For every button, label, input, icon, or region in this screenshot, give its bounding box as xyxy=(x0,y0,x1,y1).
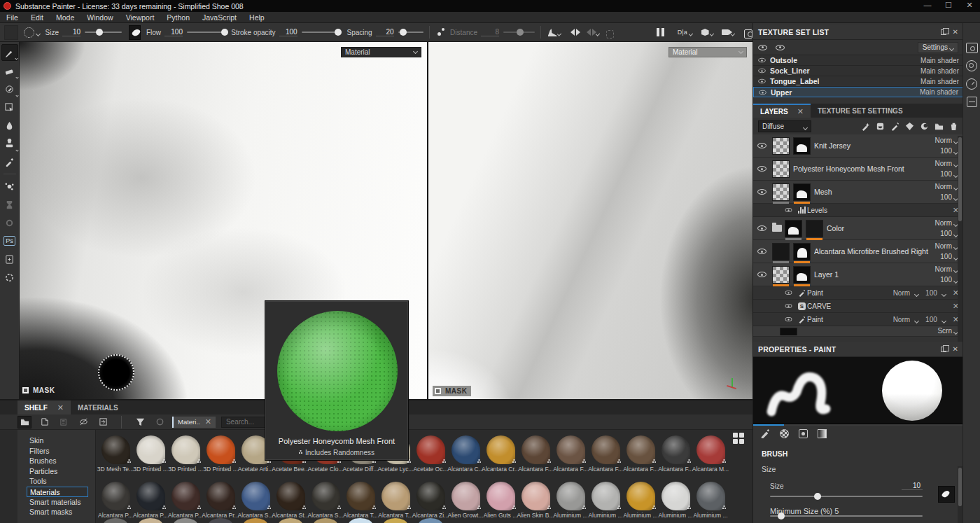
material-item[interactable]: Alcantara F... xyxy=(553,435,588,473)
category-materials[interactable]: Materials xyxy=(27,487,88,497)
layer-content-thumbnail[interactable] xyxy=(772,137,790,155)
blend-mode-dropdown[interactable]: Norm xyxy=(935,219,958,227)
menu-python[interactable]: Python xyxy=(160,12,196,23)
view-mode-dropdown-3d[interactable]: Material xyxy=(341,47,421,57)
material-thumbnail-partial[interactable] xyxy=(349,518,372,523)
material-item[interactable]: Alcantara Zi... xyxy=(413,482,448,519)
category-filters[interactable]: Filters xyxy=(27,446,88,456)
layer-content-thumbnail[interactable] xyxy=(772,183,790,201)
material-item[interactable]: 3D Printed ... xyxy=(168,435,203,473)
group-mask-thumbnail[interactable] xyxy=(785,220,802,237)
eye-icon[interactable] xyxy=(785,304,792,308)
layer-mask-thumbnail[interactable] xyxy=(793,183,811,201)
add-smart-mask-icon[interactable] xyxy=(920,122,929,131)
material-item[interactable]: Alcantara T... xyxy=(343,482,378,519)
close-panel-icon[interactable]: ✕ xyxy=(953,345,958,353)
layer-effect-row[interactable]: Paint Norm100✕ xyxy=(753,286,963,300)
import-resources-button[interactable] xyxy=(96,416,110,428)
viewport-2d[interactable]: Material MASK xyxy=(428,42,752,399)
viewport-split-button[interactable]: D|a xyxy=(678,26,687,39)
material-item[interactable]: Alcantara S... xyxy=(308,482,343,519)
shelf-folder-button[interactable] xyxy=(18,416,31,428)
material-item[interactable]: Aluminium ... xyxy=(588,482,623,519)
material-item[interactable]: Aluminium ... xyxy=(623,482,658,519)
smudge-tool[interactable] xyxy=(1,117,18,134)
material-item[interactable]: Aluminium ... xyxy=(693,482,728,519)
category-tools[interactable]: Tools xyxy=(27,476,88,487)
material-picker-tool[interactable] xyxy=(1,153,18,170)
close-button[interactable]: ✕ xyxy=(959,0,980,12)
paint-brush-tool[interactable] xyxy=(1,44,18,61)
float-panel-icon[interactable] xyxy=(941,29,946,35)
material-thumbnail-partial[interactable] xyxy=(384,518,407,523)
eye-icon[interactable] xyxy=(758,69,765,73)
material-item[interactable]: Alcantara T... xyxy=(378,482,413,519)
layer-row[interactable]: Knit Jersey Norm 100 xyxy=(753,134,963,158)
view-mode-dropdown-2d[interactable]: Material xyxy=(668,47,747,57)
layer-row[interactable]: Mesh Norm 100 xyxy=(753,181,963,204)
tab-texture-set-settings[interactable]: TEXTURE SET SETTINGS xyxy=(811,104,910,118)
particles-tool[interactable] xyxy=(1,178,18,195)
layer-row[interactable]: Polyester Honeycomb Mesh Front Norm 100 xyxy=(753,158,963,181)
history-icon[interactable] xyxy=(966,78,977,90)
material-item[interactable]: Acetate Oc... xyxy=(413,435,448,473)
group-content-thumbnail[interactable] xyxy=(806,220,823,237)
material-item[interactable]: Alcantara Pr... xyxy=(203,482,238,519)
tab-stencil-icon[interactable] xyxy=(799,429,808,438)
material-item[interactable]: Alcantara P... xyxy=(168,482,203,519)
material-item[interactable]: Alcantara F... xyxy=(623,435,658,473)
brush-preview-button[interactable] xyxy=(24,27,40,38)
layer-mask-thumbnail[interactable] xyxy=(793,137,811,155)
filter-chip-materials[interactable]: Materi.. ✕ xyxy=(172,417,216,428)
clone-tool[interactable] xyxy=(1,135,18,152)
texture-set-row[interactable]: Tongue_Label Main shader xyxy=(753,76,963,87)
material-thumbnail-partial[interactable] xyxy=(104,518,127,523)
solo-icon[interactable] xyxy=(776,45,785,50)
material-thumbnail-partial[interactable] xyxy=(139,518,162,523)
add-folder-icon[interactable] xyxy=(934,122,944,131)
eye-icon[interactable] xyxy=(758,58,765,62)
material-item[interactable]: Alcantara S... xyxy=(238,482,273,519)
channel-dropdown[interactable]: Diffuse xyxy=(758,120,811,132)
thumbnail-size-icon[interactable] xyxy=(733,433,744,444)
material-item[interactable]: 3D Mesh Te... xyxy=(98,435,133,473)
category-particles[interactable]: Particles xyxy=(27,466,88,477)
add-resource-button[interactable] xyxy=(37,416,51,428)
opacity-dropdown[interactable]: 100 xyxy=(940,253,958,260)
material-item[interactable]: Alien Guts ... xyxy=(483,482,518,519)
opacity-dropdown[interactable]: 100 xyxy=(940,193,958,201)
eye-icon[interactable] xyxy=(757,272,766,277)
menu-file[interactable]: File xyxy=(0,12,24,23)
blend-mode-dropdown[interactable]: Norm xyxy=(935,160,958,167)
material-item[interactable]: Alcantara F... xyxy=(588,435,623,473)
tab-material-icon[interactable] xyxy=(818,429,827,438)
layer-content-thumbnail[interactable] xyxy=(780,328,797,335)
size-value[interactable]: 10 xyxy=(62,28,80,36)
opacity-dropdown[interactable]: 100 xyxy=(940,276,958,284)
min-size-slider[interactable] xyxy=(770,515,923,517)
spacing-slider[interactable] xyxy=(398,32,424,33)
close-panel-icon[interactable]: ✕ xyxy=(953,28,958,36)
material-thumbnail-partial[interactable] xyxy=(209,518,232,523)
texture-set-row[interactable]: Outsole Main shader xyxy=(753,55,963,66)
material-item[interactable]: Alcantara F... xyxy=(658,435,693,473)
blend-mode-dropdown[interactable]: Norm xyxy=(935,265,958,273)
category-smart-materials[interactable]: Smart materials xyxy=(27,497,88,508)
add-fill-layer-icon[interactable] xyxy=(876,122,885,131)
show-all-icon[interactable] xyxy=(758,45,767,50)
menu-javascript[interactable]: JavaScript xyxy=(196,12,243,23)
layer-content-thumbnail[interactable] xyxy=(772,266,790,284)
symmetry-button[interactable] xyxy=(569,26,578,39)
material-thumbnail-partial[interactable] xyxy=(244,518,267,523)
menu-mode[interactable]: Mode xyxy=(50,12,80,23)
eye-icon[interactable] xyxy=(757,189,766,195)
hide-resources-button[interactable] xyxy=(76,416,90,428)
material-item[interactable]: Alcantara Cr... xyxy=(483,435,518,473)
delete-layer-icon[interactable] xyxy=(949,122,958,131)
menu-viewport[interactable]: Viewport xyxy=(120,12,161,23)
polygon-fill-tool[interactable] xyxy=(1,99,18,116)
eye-icon[interactable] xyxy=(785,317,792,321)
close-tab-icon[interactable]: ✕ xyxy=(797,107,804,116)
layer-row[interactable]: Layer 1 Norm 100 xyxy=(753,263,963,286)
material-item[interactable]: Alcantara M... xyxy=(693,435,728,473)
